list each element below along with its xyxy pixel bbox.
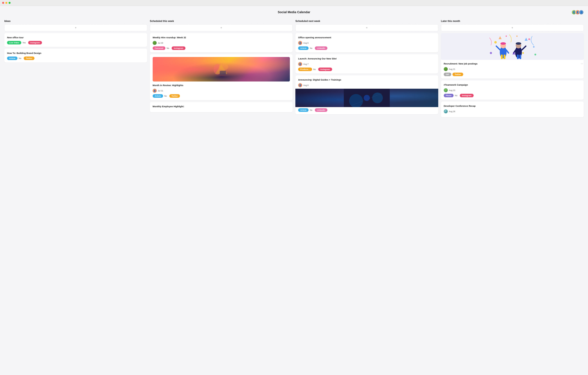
tag-twitter-recruitment[interactable]: Twitter [452, 73, 463, 76]
card-title-building-brand-design: How To: Building Brand Design [7, 52, 144, 55]
tag-live-video[interactable]: Live Video [7, 41, 21, 44]
tag-produce-launch[interactable]: Produce... [298, 68, 312, 71]
add-card-ideas[interactable]: + [4, 24, 147, 31]
svg-point-8 [364, 95, 370, 101]
add-card-scheduled-next-week[interactable]: + [295, 24, 438, 31]
card-title-office-opening: Office opening announcement [298, 36, 435, 39]
card-title-teamwork: #Teamwork Campaign [444, 83, 581, 86]
card-tags-digital-guides-wrapper: Article No LinkedIn [295, 108, 438, 114]
tag-gif-recruitment[interactable]: GIF [444, 73, 452, 76]
titlebar [0, 0, 588, 6]
tag-value-no-weekly: No [167, 47, 169, 49]
card-title-new-office-tour: New office tour [7, 36, 144, 39]
svg-point-13 [490, 52, 492, 54]
card-header-row-recruitment: Recruitment: New job postings ··· [444, 62, 581, 67]
tag-article-office-opening[interactable]: Article [298, 46, 309, 50]
date-digital-guides: Aug 8 [303, 84, 309, 86]
svg-point-12 [533, 46, 535, 48]
tag-value-no-launch: No [313, 68, 316, 70]
card-weekly-hire-roundup: Weekly Hire roundup: Week 32 🌿 Jul 29 Ca… [150, 33, 293, 52]
column-scheduled-this-week: Scheduled this week + Weekly Hire roundu… [150, 20, 293, 114]
add-card-later-this-month[interactable]: + [441, 24, 584, 31]
card-meta-teamwork: 🌱 Aug 23 [444, 88, 581, 92]
close-button[interactable] [2, 2, 4, 4]
svg-point-21 [500, 42, 506, 45]
card-title-digital-guides: Announcing: Digital Guides + Trainings [298, 78, 435, 81]
abstract-art [153, 57, 290, 82]
column-header-scheduled-next-week: Scheduled next week [295, 20, 438, 22]
card-month-in-review: Month in Review: Highlights 👤 Jul 31 Art… [150, 54, 293, 100]
avatar-launch-new-site: 👤 [298, 62, 302, 66]
tag-twitter-brand[interactable]: Twitter [24, 56, 34, 60]
tag-twitter-month[interactable]: Twitter [169, 94, 180, 98]
card-monthly-employee-highlight: Monthly Employee Highlight: [150, 102, 293, 112]
add-card-scheduled-this-week[interactable]: + [150, 24, 293, 31]
card-title-launch-new-site: Launch: Announcing Our New Site! [298, 57, 435, 60]
card-meta-month-review: 👤 Jul 31 [153, 89, 290, 93]
app-container: Social Media Calendar 👤 👤 👤 Ideas + New … [0, 6, 588, 375]
tag-article-month[interactable]: Article [153, 94, 163, 98]
avatar-group: 👤 👤 👤 [571, 10, 584, 15]
card-meta-office-opening: 👤 Aug 6 [298, 41, 435, 45]
card-tags-teamwork: Photo No Instagram [444, 94, 581, 97]
card-launch-new-site: Launch: Announcing Our New Site! 👤 Aug 7… [295, 54, 438, 74]
tag-value-no-month: No [164, 95, 167, 97]
svg-rect-3 [220, 71, 226, 75]
date-month-review: Jul 31 [158, 90, 163, 92]
svg-point-34 [535, 54, 536, 55]
tag-linkedin-office-opening[interactable]: LinkedIn [315, 46, 327, 50]
tag-instagram-teamwork[interactable]: Instagram [460, 94, 474, 97]
card-tags-office-opening: Article No LinkedIn [298, 46, 435, 50]
avatar-user-3[interactable]: 👤 [579, 10, 584, 15]
card-title-developer-conference: Developer Conference Recap [444, 104, 581, 107]
svg-point-32 [522, 52, 524, 54]
svg-rect-17 [501, 54, 503, 59]
more-options-recruitment[interactable]: ··· [580, 62, 584, 65]
svg-rect-9 [486, 33, 538, 60]
date-office-opening: Aug 6 [303, 42, 309, 44]
tag-value-yes: Yes [22, 42, 26, 44]
svg-rect-25 [519, 54, 521, 59]
tag-carousel[interactable]: Carousel [153, 46, 166, 50]
maximize-button[interactable] [9, 2, 10, 4]
date-launch-new-site: Aug 7 [303, 63, 309, 65]
tag-instagram-launch[interactable]: Instagram [318, 68, 332, 71]
board: Ideas + New office tour Live Video Yes I… [4, 20, 584, 119]
card-content-recruitment: Recruitment: New job postings ··· 🌿 Aug … [441, 62, 584, 79]
date-teamwork: Aug 23 [449, 89, 455, 91]
date-weekly-hire: Jul 29 [158, 42, 163, 44]
card-title-weekly-hire-roundup: Weekly Hire roundup: Week 32 [153, 36, 290, 39]
card-recruitment-new-job-postings: Recruitment: New job postings ··· 🌿 Aug … [441, 33, 584, 79]
tag-value-no-brand: No [19, 57, 21, 59]
card-meta-developer-conference: 🌊 Aug 26 [444, 109, 581, 113]
tag-linkedin-digital[interactable]: LinkedIn [315, 108, 327, 112]
avatar-weekly-hire: 🌿 [153, 41, 157, 45]
column-later-this-month: Later this month + [441, 20, 584, 119]
svg-point-14 [516, 35, 518, 37]
avatar-teamwork: 🌱 [444, 88, 448, 92]
minimize-button[interactable] [5, 2, 7, 4]
tag-instagram-weekly[interactable]: Instagram [172, 46, 185, 50]
card-tags-new-office-tour: Live Video Yes Instagram [7, 41, 144, 44]
avatar-developer-conference: 🌊 [444, 109, 448, 113]
column-scheduled-next-week: Scheduled next week + Office opening ann… [295, 20, 438, 116]
svg-rect-18 [504, 54, 505, 59]
svg-point-10 [494, 41, 497, 43]
card-office-opening-announcement: Office opening announcement 👤 Aug 6 Arti… [295, 33, 438, 52]
avatar-office-opening: 👤 [298, 41, 302, 45]
card-building-brand-design: How To: Building Brand Design Article No… [4, 49, 147, 63]
card-title-recruitment: Recruitment: New job postings [444, 62, 478, 65]
tag-instagram-office-tour[interactable]: Instagram [28, 41, 42, 44]
date-developer-conference: Aug 26 [449, 110, 455, 113]
card-developer-conference-recap: Developer Conference Recap 🌊 Aug 26 [441, 102, 584, 117]
card-tags-recruitment: GIF Twitter [444, 73, 581, 76]
tag-article-digital[interactable]: Article [298, 108, 309, 112]
illustration-recruitment [441, 33, 584, 60]
tag-article-brand[interactable]: Article [7, 56, 17, 60]
card-tags-launch-new-site: Produce... No Instagram [298, 68, 435, 71]
card-digital-guides: Announcing: Digital Guides + Trainings 👤… [295, 75, 438, 114]
card-title-monthly-employee: Monthly Employee Highlight: [153, 105, 290, 108]
tag-photo-teamwork[interactable]: Photo [444, 94, 454, 97]
svg-point-11 [528, 38, 530, 40]
card-image-month-in-review [153, 57, 290, 82]
